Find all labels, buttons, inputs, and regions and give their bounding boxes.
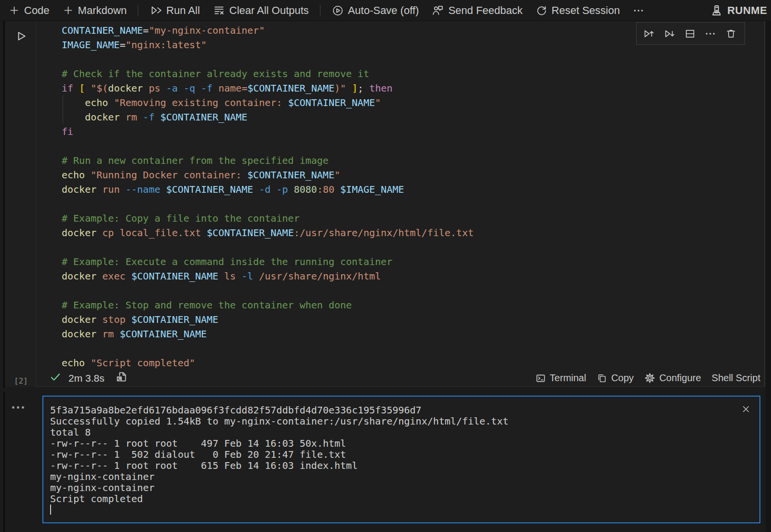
file-arrow-icon[interactable] xyxy=(115,371,128,386)
token-pln xyxy=(96,184,102,195)
token-pln xyxy=(125,314,131,325)
token-pln xyxy=(160,82,166,94)
feedback-icon xyxy=(432,4,444,16)
toolbar-item-code[interactable]: Code xyxy=(9,4,50,17)
token-pln xyxy=(120,111,125,123)
indent-guide xyxy=(63,95,63,124)
code-line: if [ "$(docker ps -a -q -f name=$CONTAIN… xyxy=(36,81,764,95)
toolbar-item-markdown[interactable]: Markdown xyxy=(63,4,127,17)
code-line: fi xyxy=(36,124,764,139)
token-pln xyxy=(62,111,85,123)
cell-action-configure[interactable]: Configure xyxy=(644,372,701,384)
focused-cell-indicator-bottom xyxy=(3,392,5,532)
run-all-icon xyxy=(150,4,162,16)
token-pln xyxy=(85,82,91,94)
notebook-toolbar: CodeMarkdownRun AllClear All OutputsAuto… xyxy=(0,0,771,21)
cell-action-terminal[interactable]: Terminal xyxy=(535,372,586,384)
token-arg: ps xyxy=(149,82,160,94)
token-pln xyxy=(178,82,184,94)
run-below-button[interactable] xyxy=(664,28,675,40)
token-var: $CONTAINER_NAME xyxy=(247,169,334,181)
code-line xyxy=(36,139,764,153)
token-pln xyxy=(155,111,160,123)
refresh-icon xyxy=(536,5,547,16)
token-pln xyxy=(160,184,166,195)
token-pln xyxy=(218,270,224,282)
code-line xyxy=(36,52,764,66)
cell-action-copy[interactable]: Copy xyxy=(597,372,634,384)
plus-icon xyxy=(63,5,74,16)
ellipsis-button[interactable] xyxy=(705,28,716,40)
token-str: " xyxy=(375,97,381,108)
token-flag: -p xyxy=(277,184,288,195)
code-line xyxy=(36,240,764,254)
cell-statusbar-right: TerminalCopyConfigureShell Script xyxy=(525,372,764,384)
token-pln xyxy=(201,227,207,239)
token-flag: -a xyxy=(166,82,178,94)
code-line: echo "Removing existing container: $CONT… xyxy=(36,95,764,110)
ellipsis-icon xyxy=(633,5,644,16)
code-line: docker cp local_file.txt $CONTAINER_NAME… xyxy=(36,226,764,240)
toolbar-item-label: Run All xyxy=(166,4,200,17)
toolbar-item-more[interactable] xyxy=(633,5,644,16)
token-pln xyxy=(96,328,102,340)
output-collapse-toggle[interactable] xyxy=(12,406,24,409)
token-str: "$( xyxy=(91,82,108,94)
cell-output[interactable]: 5f3a715a9a8be2efd6176bdaa096f3fcdd82f57d… xyxy=(42,396,760,523)
token-pln xyxy=(195,82,201,94)
token-cmd: echo xyxy=(85,97,108,108)
toolbar-item-clear-all-outputs[interactable]: Clear All Outputs xyxy=(213,4,309,17)
token-pln xyxy=(288,184,294,195)
code-line: docker stop $CONTAINER_NAME xyxy=(36,312,764,327)
token-var: $CONTAINER_NAME xyxy=(288,97,375,108)
token-pln xyxy=(363,82,369,94)
run-above-button[interactable] xyxy=(643,28,654,40)
token-var: $IMAGE_NAME xyxy=(340,184,404,195)
token-cmd: docker xyxy=(85,111,120,123)
cell-toolbar xyxy=(636,22,745,45)
split-cell-button[interactable] xyxy=(684,28,696,40)
toolbar-separator xyxy=(138,5,138,16)
token-str: " xyxy=(334,169,340,181)
token-var: $CONTAINER_NAME xyxy=(247,82,334,94)
cell-action-shell-script[interactable]: Shell Script xyxy=(712,372,760,384)
toolbar-item-reset-session[interactable]: Reset Session xyxy=(536,4,620,17)
toolbar-item-label: Code xyxy=(24,4,50,17)
token-var: IMAGE_NAME xyxy=(62,39,120,51)
token-arg: :80 xyxy=(317,184,334,195)
token-str: "Script completed" xyxy=(91,357,195,369)
toolbar-item-auto-save-off)[interactable]: Auto-Save (off) xyxy=(332,4,419,17)
token-var: $CONTAINER_NAME xyxy=(120,328,207,340)
execution-count: [2] xyxy=(14,376,28,386)
code-line xyxy=(36,341,764,356)
token-pln xyxy=(114,227,120,239)
token-pln xyxy=(73,82,79,94)
token-pln xyxy=(85,357,91,369)
token-pln xyxy=(253,270,259,282)
token-var: $CONTAINER_NAME xyxy=(166,184,253,195)
success-check-icon xyxy=(49,371,62,386)
token-flag: --name xyxy=(125,184,160,195)
close-output-button[interactable] xyxy=(741,404,751,414)
toolbar-right: RUNME xyxy=(710,4,771,17)
trash-button[interactable] xyxy=(725,28,737,40)
runme-brand: RUNME xyxy=(710,4,767,17)
terminal-cursor xyxy=(50,505,51,515)
code-line: # Check if the container already exists … xyxy=(36,66,764,81)
cell-editor[interactable]: CONTAINER_NAME="my-nginx-container"IMAGE… xyxy=(36,21,765,387)
run-cell-button[interactable] xyxy=(15,30,27,42)
terminal-icon xyxy=(535,373,546,384)
token-com: # Check if the container already exists … xyxy=(62,68,369,80)
code-area[interactable]: CONTAINER_NAME="my-nginx-container"IMAGE… xyxy=(36,23,764,370)
token-arg: rm xyxy=(102,328,114,340)
token-brk: [ xyxy=(79,82,85,94)
token-pln xyxy=(125,270,131,282)
notebook-right-margin xyxy=(766,21,771,532)
token-flag: -f xyxy=(201,82,213,94)
cell-statusbar-left: 2m 3.8s xyxy=(36,371,525,386)
token-cmd: docker xyxy=(62,328,96,340)
toolbar-item-send-feedback[interactable]: Send Feedback xyxy=(432,4,522,17)
toolbar-item-run-all[interactable]: Run All xyxy=(150,4,200,17)
circle-play-icon xyxy=(332,5,344,16)
token-var: $CONTAINER_NAME xyxy=(207,227,294,239)
